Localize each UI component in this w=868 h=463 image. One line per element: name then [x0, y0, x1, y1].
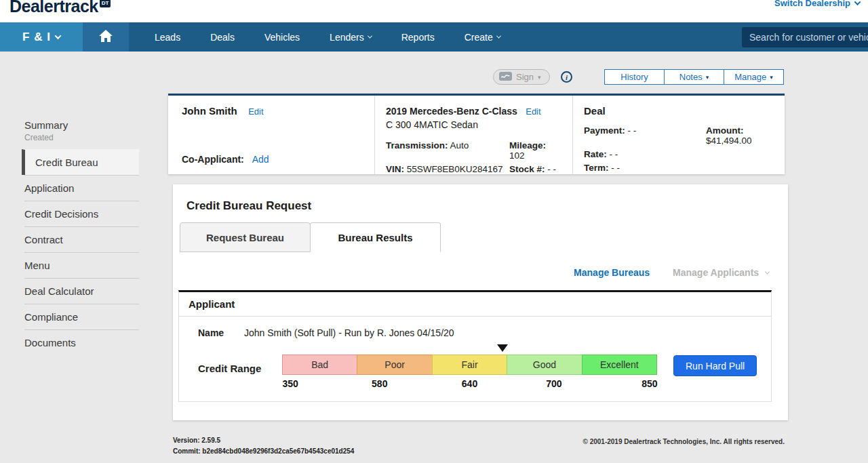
mileage-label: Mileage: [509, 140, 546, 150]
applicant-results-box: Applicant Name John Smith (Soft Pull) - … [178, 290, 772, 402]
manage-applicants-label: Manage Applicants [673, 267, 759, 278]
main-nav: F & I Leads Deals Vehicles Lenders Rep [0, 22, 868, 52]
credit-range-label: Credit Range [198, 363, 282, 392]
chevron-down-icon [765, 270, 770, 275]
nav-item-leads[interactable]: Leads [140, 22, 195, 52]
manage-bureaus-link[interactable]: Manage Bureaus [574, 267, 650, 278]
manage-links-row: Manage Bureaus Manage Applicants [173, 267, 788, 278]
deal-details: Payment: - - Amount: $41,494.00 Rate: - … [584, 125, 774, 173]
edit-vehicle-link[interactable]: Edit [526, 106, 540, 117]
copyright-text: © 2001-2019 Dealertrack Technologies, In… [583, 438, 785, 445]
notes-button[interactable]: Notes ▾ [664, 69, 724, 85]
vin-label: VIN: [386, 164, 404, 174]
fi-menu-label: F & I [22, 31, 51, 44]
home-icon [99, 30, 113, 45]
top-bar: Dealertrack DT Switch Dealership [0, 0, 868, 22]
deal-header: Deal [584, 105, 774, 117]
term-label: Term: [584, 163, 609, 173]
tick-850: 850 [642, 378, 657, 389]
credit-bureau-panel: Credit Bureau Request Request Bureau Bur… [173, 184, 788, 420]
edit-customer-link[interactable]: Edit [248, 106, 263, 117]
vehicle-title-line: 2019 Mercedes-Benz C-Class Edit [386, 105, 561, 117]
nav-item-deals[interactable]: Deals [195, 22, 250, 52]
sidebar-item-credit-bureau[interactable]: Credit Bureau [22, 149, 139, 175]
info-icon[interactable]: i [561, 71, 572, 83]
sidebar-item-documents[interactable]: Documents [24, 329, 139, 355]
version-text: Version: 2.59.5 [173, 437, 354, 444]
commit-text: Commit: b2ed84cbd048e9296f3d2ca5e67b4543… [173, 447, 354, 455]
sidebar-item-compliance[interactable]: Compliance [24, 304, 139, 329]
nav-item-label: Vehicles [264, 32, 300, 43]
tab-bureau-results[interactable]: Bureau Results [310, 222, 441, 252]
customer-column: John Smith Edit Co-Applicant: Add [168, 96, 375, 174]
segment-bad: Bad [282, 355, 357, 375]
run-hard-pull-button[interactable]: Run Hard Pull [673, 355, 757, 376]
vehicle-trim: C 300 4MATIC Sedan [386, 119, 561, 130]
sidebar-item-contract[interactable]: Contract [24, 226, 139, 252]
name-value: John Smith (Soft Pull) - Run by R. Jones… [244, 327, 454, 338]
stock-value: - - [547, 164, 556, 174]
sign-label: Sign [516, 72, 534, 82]
rate-label: Rate: [584, 149, 607, 159]
tick-640: 640 [462, 378, 477, 389]
signature-icon [499, 72, 512, 83]
nav-item-vehicles[interactable]: Vehicles [250, 22, 315, 52]
payment-value: - - [628, 125, 637, 136]
fi-menu-button[interactable]: F & I [0, 22, 83, 52]
nav-item-label: Leads [155, 32, 180, 43]
add-co-applicant-link[interactable]: Add [252, 154, 269, 165]
sidebar-item-summary[interactable]: Summary Created [24, 119, 139, 149]
sidebar-item-credit-decisions[interactable]: Credit Decisions [24, 201, 139, 226]
amount-field: Amount: $41,494.00 [706, 125, 774, 146]
nav-items: Leads Deals Vehicles Lenders Reports Cre… [140, 22, 515, 52]
manage-label: Manage [734, 72, 766, 82]
history-button[interactable]: History [604, 69, 665, 85]
term-value: - - [611, 163, 620, 173]
stock-label: Stock #: [509, 164, 545, 174]
deal-summary-card: John Smith Edit Co-Applicant: Add 2019 M… [168, 94, 785, 174]
payment-field: Payment: - - [584, 125, 706, 146]
applicant-section-header: Applicant [179, 292, 771, 317]
segment-good: Good [507, 355, 582, 375]
search-input[interactable] [742, 32, 868, 43]
chevron-down-icon [368, 34, 372, 39]
rate-field: Rate: - - [584, 149, 706, 159]
manage-button[interactable]: Manage ▾ [724, 69, 784, 85]
caret-down-icon: ▾ [538, 74, 541, 81]
nav-item-create[interactable]: Create [450, 22, 515, 52]
nav-item-lenders[interactable]: Lenders [315, 22, 387, 52]
global-search[interactable] [742, 27, 868, 47]
home-button[interactable] [83, 22, 129, 52]
transmission-field: Transmission: Auto [386, 140, 509, 161]
switch-dealership-link[interactable]: Switch Dealership [774, 0, 860, 8]
nav-item-reports[interactable]: Reports [387, 22, 450, 52]
chevron-down-icon [496, 34, 501, 39]
vehicle-title: 2019 Mercedes-Benz C-Class [386, 106, 517, 117]
tick-700: 700 [546, 378, 561, 389]
sidebar-item-label: Deal Calculator [24, 285, 94, 297]
manage-applicants-link[interactable]: Manage Applicants [673, 267, 769, 278]
transmission-label: Transmission: [386, 140, 448, 150]
chevron-down-icon [54, 33, 61, 39]
notes-label: Notes [679, 72, 703, 82]
tab-label: Request Bureau [206, 232, 284, 243]
deal-sidebar: Summary Created Credit Bureau Applicatio… [24, 119, 139, 355]
bureau-tabs: Request Bureau Bureau Results [180, 222, 788, 252]
sidebar-item-menu[interactable]: Menu [24, 252, 139, 278]
deal-column: Deal Payment: - - Amount: $41,494.00 Rat… [573, 96, 785, 174]
amount-value: $41,494.00 [706, 136, 752, 146]
sign-button[interactable]: Sign ▾ [493, 69, 550, 85]
build-info: Version: 2.59.5 Commit: b2ed84cbd048e929… [173, 437, 354, 458]
vin-value: 55SWF8EB0KU284167 [407, 164, 503, 174]
sidebar-item-label: Credit Decisions [24, 208, 98, 220]
dealertrack-logo[interactable]: Dealertrack DT [9, 0, 111, 16]
caret-down-icon: ▾ [770, 74, 773, 81]
customer-name: John Smith [182, 105, 237, 117]
sidebar-item-application[interactable]: Application [24, 175, 139, 201]
tab-request-bureau[interactable]: Request Bureau [180, 222, 311, 252]
panel-title: Credit Bureau Request [173, 184, 788, 213]
sidebar-item-deal-calculator[interactable]: Deal Calculator [24, 278, 139, 304]
credit-range-row: Credit Range Bad Poor Fair Good Excellen… [179, 342, 771, 401]
customer-name-line: John Smith Edit [182, 105, 363, 117]
sidebar-item-label: Credit Bureau [35, 157, 98, 168]
